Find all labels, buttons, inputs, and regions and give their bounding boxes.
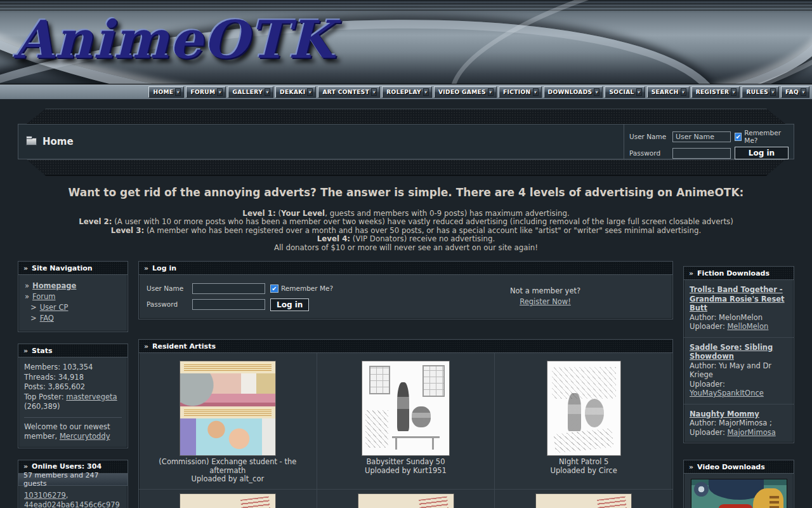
double-chevron-icon: » xyxy=(23,347,28,355)
nav-button-home[interactable]: HOME▼ xyxy=(148,86,184,98)
sidebar-link[interactable]: FAQ xyxy=(40,313,54,324)
fiction-uploader-link[interactable]: MajorMimosa xyxy=(727,428,775,437)
sidebar-link[interactable]: Forum xyxy=(32,291,55,302)
nav-button-downloads[interactable]: DOWNLOADS▼ xyxy=(544,86,603,98)
nav-button-gallery[interactable]: GALLERY▼ xyxy=(228,86,273,98)
artwork-thumbnail[interactable] xyxy=(358,494,454,508)
remember-checkbox[interactable]: ✔ xyxy=(270,284,278,293)
nav-button-label: ART CONTEST xyxy=(322,89,369,95)
chevron-down-icon: ▼ xyxy=(371,88,377,96)
sidebar-item-faq: >FAQ xyxy=(25,313,121,324)
fiction-uploader: Uploader: MajorMimosa xyxy=(690,428,788,438)
remember-checkbox[interactable]: ✔ xyxy=(735,133,742,141)
nav-button-search[interactable]: SEARCH▼ xyxy=(647,86,690,98)
double-chevron-icon: » xyxy=(144,264,148,272)
nav-button-social[interactable]: SOCIAL▼ xyxy=(605,86,645,98)
fiction-item: Saddle Sore: Sibling Showdown Author: Yu… xyxy=(684,337,794,404)
nav-button-label: VIDEO GAMES xyxy=(438,89,486,95)
online-user-link[interactable]: 44ead024ba61456c6c979ffe6 xyxy=(24,500,120,508)
sidebar-link[interactable]: User CP xyxy=(40,302,69,313)
sidebar-link[interactable]: Homepage xyxy=(32,281,76,291)
main-navbar: HOME▼FORUM▼GALLERY▼DEKAKI▼ART CONTEST▼RO… xyxy=(0,84,812,100)
fiction-downloads-panel: » Fiction Downloads Trolls: Band Togethe… xyxy=(683,266,794,443)
page-title: Home xyxy=(43,136,74,147)
adverts-heading: Want to get rid of the annoying adverts?… xyxy=(0,186,812,199)
artist-cell: Babysitter Sunday 50 Uploaded by Kurt195… xyxy=(317,353,495,489)
fiction-title-link[interactable]: Trolls: Band Together - Grandma Rosie's … xyxy=(690,285,788,313)
video-thumbnail[interactable] xyxy=(691,479,787,508)
artwork-caption[interactable]: (Commission) Exchange student - the afte… xyxy=(143,458,313,484)
not-member-text: Not a member yet? xyxy=(510,286,580,295)
top-poster-link[interactable]: mastervegeta xyxy=(66,392,117,401)
username-input[interactable] xyxy=(672,131,731,142)
nav-button-forum[interactable]: FORUM▼ xyxy=(186,86,226,98)
resident-artists-header: » Resident Artists xyxy=(139,340,672,353)
nav-button-register[interactable]: REGISTER▼ xyxy=(691,86,740,98)
artwork-caption[interactable]: Babysitter Sunday 50 Uploaded by Kurt195… xyxy=(365,458,447,475)
site-navigation-panel: » Site Navigation »Homepage»Forum>User C… xyxy=(18,261,128,332)
stats-header: » Stats xyxy=(18,344,128,358)
nav-button-label: GALLERY xyxy=(232,89,263,95)
chevron-down-icon: ▼ xyxy=(731,88,737,96)
fiction-author: Author: MajorMimosa ; xyxy=(690,418,788,428)
top-login-form: User Name ✔ Remember Me? Password Log in xyxy=(624,124,794,159)
nav-button-label: REGISTER xyxy=(696,89,730,95)
artwork-thumbnail[interactable] xyxy=(362,361,449,455)
login-panel: » Log in User Name ✔ Remember Me? Passwo… xyxy=(138,261,673,319)
nav-button-roleplay[interactable]: ROLEPLAY▼ xyxy=(382,86,432,98)
nav-button-faq[interactable]: FAQ▼ xyxy=(781,86,809,98)
username-label: User Name xyxy=(629,133,669,140)
artists-row xyxy=(139,490,672,508)
online-user-link[interactable]: 103106279 xyxy=(24,491,66,500)
adverts-levels: Level 1: (Your Level, guests and members… xyxy=(0,210,812,252)
double-chevron-icon: » xyxy=(689,269,693,277)
fiction-uploader: Uploader: YouMaySpankItOnce xyxy=(690,380,788,398)
chevron-down-icon: ▼ xyxy=(175,88,181,96)
stat-posts: Posts: 3,865,602 xyxy=(24,382,122,392)
remember-label: Remember Me? xyxy=(744,129,789,144)
username-input[interactable] xyxy=(192,283,265,294)
login-button[interactable]: Log in xyxy=(735,147,789,159)
nav-button-fiction[interactable]: FICTION▼ xyxy=(499,86,542,98)
breadcrumb-bar: Home User Name ✔ Remember Me? Password L… xyxy=(18,124,794,159)
artist-cell: (Commission) Exchange student - the afte… xyxy=(139,353,317,489)
nav-button-dekaki[interactable]: DEKAKI▼ xyxy=(275,86,316,98)
login-form: User Name ✔ Remember Me? Password Log in xyxy=(147,281,426,311)
chevron-down-icon: ▼ xyxy=(801,88,806,96)
newest-member-note: Welcome to our newest member, Mercurytod… xyxy=(24,417,122,442)
stats-panel: » Stats Members: 103,354 Threads: 34,918… xyxy=(18,344,128,448)
fiction-title-link[interactable]: Naughty Mommy xyxy=(690,410,759,419)
artwork-thumbnail[interactable] xyxy=(180,494,275,508)
password-label: Password xyxy=(147,300,187,308)
site-navigation-links: »Homepage»Forum>User CP>FAQ xyxy=(18,275,128,331)
artwork-thumbnail[interactable] xyxy=(547,361,620,455)
newest-member-link[interactable]: Mercurytoddy xyxy=(60,432,110,441)
chevron-down-icon: ▼ xyxy=(770,88,776,96)
nav-button-label: SOCIAL xyxy=(609,89,634,95)
stat-top-poster: Top Poster: mastervegeta xyxy=(24,392,122,403)
nav-button-video-games[interactable]: VIDEO GAMES▼ xyxy=(434,86,497,98)
nav-button-rules[interactable]: RULES▼ xyxy=(742,86,779,98)
fiction-item: Naughty Mommy Author: MajorMimosa ; Uplo… xyxy=(684,404,794,443)
folder-icon xyxy=(26,138,37,145)
stat-threads: Threads: 34,918 xyxy=(24,373,122,383)
breadcrumb: Home xyxy=(18,124,624,159)
online-users-panel: » Online Users: 304 57 members and 247 g… xyxy=(18,460,128,508)
password-input[interactable] xyxy=(192,299,265,310)
password-input[interactable] xyxy=(672,148,731,159)
site-logo[interactable]: AnimeOTK xyxy=(14,9,334,70)
chevron-down-icon: ▼ xyxy=(681,88,686,96)
fiction-title-link[interactable]: Saddle Sore: Sibling Showdown xyxy=(690,343,788,361)
artwork-thumbnail[interactable] xyxy=(180,361,275,455)
artwork-caption[interactable]: NIght Patrol 5 Uploaded by Circe xyxy=(551,458,617,475)
right-sidebar: » Fiction Downloads Trolls: Band Togethe… xyxy=(683,261,794,508)
content-columns: » Site Navigation »Homepage»Forum>User C… xyxy=(0,261,812,508)
artwork-thumbnail[interactable] xyxy=(536,494,631,508)
fiction-uploader-link[interactable]: MelloMelon xyxy=(727,322,768,331)
chevron-down-icon: ▼ xyxy=(423,88,429,96)
nav-button-art-contest[interactable]: ART CONTEST▼ xyxy=(318,86,380,98)
username-label: User Name xyxy=(147,284,187,292)
register-link[interactable]: Register Now! xyxy=(520,297,571,306)
login-button[interactable]: Log in xyxy=(270,298,309,311)
fiction-uploader-link[interactable]: YouMaySpankItOnce xyxy=(690,389,764,398)
